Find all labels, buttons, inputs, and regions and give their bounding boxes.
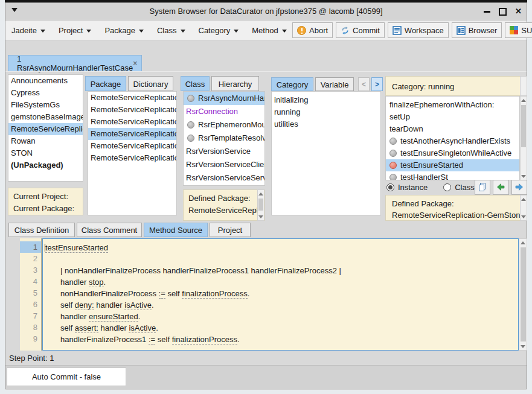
method-item-label: tearDown	[387, 123, 423, 135]
navigate-forward-button[interactable]	[511, 180, 527, 195]
tab-project[interactable]: Project	[210, 223, 251, 237]
package-item[interactable]: RemoteServiceReplication	[88, 104, 176, 116]
navigate-back-button[interactable]	[493, 180, 508, 195]
project-item[interactable]: Cypress	[8, 87, 83, 99]
package-item[interactable]: RemoteServiceReplication	[88, 140, 176, 152]
scroll-down-icon[interactable]	[258, 213, 264, 220]
method-item[interactable]: setUp	[386, 111, 519, 123]
class-item[interactable]: RsrVersionServiceServer	[184, 171, 264, 185]
tab-class-comment[interactable]: Class Comment	[77, 223, 142, 237]
project-item[interactable]: (UnPackaged)	[8, 159, 83, 171]
project-item[interactable]: Announcements	[8, 75, 83, 87]
code-token: .	[138, 312, 141, 321]
class-item[interactable]: RsrConnection	[184, 105, 264, 118]
code-token: isActive	[129, 323, 156, 333]
class-item[interactable]: RsrVersionServiceClient	[184, 158, 264, 171]
defined-package-label: Defined Package:	[392, 198, 520, 209]
project-item[interactable]: gemstoneBaseImage	[8, 111, 83, 123]
category-item[interactable]: initializing	[272, 94, 380, 106]
package-item[interactable]: RemoteServiceReplication	[88, 152, 176, 164]
code-token: isActive	[124, 300, 152, 310]
method-item[interactable]: testAnotherAsyncHandlerExists	[386, 135, 519, 147]
tab-pager-left[interactable]: <	[358, 77, 370, 91]
tab-method-source[interactable]: Method Source	[144, 223, 208, 237]
category-item[interactable]: running	[272, 106, 380, 118]
packages-list[interactable]: RemoteServiceReplicationRemoteServiceRep…	[88, 91, 177, 215]
minimize-button[interactable]	[484, 11, 490, 13]
code-token: finalizationProcess	[182, 289, 247, 299]
menu-package[interactable]: Package	[104, 26, 144, 35]
package-item[interactable]: RemoteServiceReplication	[88, 128, 176, 140]
class-item[interactable]: RsrVersionService	[184, 145, 264, 158]
class-radio[interactable]	[443, 183, 451, 191]
method-item[interactable]: testEnsureSingletonWhileActive	[386, 147, 519, 159]
menu-category[interactable]: Category	[199, 26, 239, 35]
method-info-scrollbar[interactable]	[520, 195, 527, 221]
categories-list[interactable]: initializingrunningutilities	[271, 91, 381, 215]
tab-pager-right[interactable]: >	[371, 77, 383, 91]
project-item[interactable]: RemoteServiceReplication	[8, 123, 83, 135]
classes-list[interactable]: RsrAsyncMournHandlerTestCaseRsrConnectio…	[183, 91, 265, 186]
scroll-up-icon[interactable]	[519, 239, 527, 246]
titlebar[interactable]: System Browser for DataCurator on jfpsto…	[5, 3, 527, 21]
scroll-down-icon[interactable]	[521, 213, 527, 220]
tab-class[interactable]: Class	[181, 76, 210, 91]
code-token: .	[152, 300, 154, 310]
method-item[interactable]: testEnsureStarted	[386, 159, 519, 171]
menu-class[interactable]: Class	[157, 26, 185, 35]
method-item[interactable]: tearDown	[386, 123, 519, 135]
copy-method-button[interactable]	[475, 180, 490, 195]
tab-dictionary[interactable]: Dictionary	[128, 76, 173, 91]
scroll-up-icon[interactable]	[521, 195, 527, 203]
document-tab[interactable]: 1 RsrAsyncMournHandlerTestCase ×	[8, 55, 142, 71]
tab-package[interactable]: Package	[85, 76, 126, 91]
class-item[interactable]: RsrTemplateResolver	[184, 132, 264, 145]
category-item[interactable]: utilities	[272, 118, 380, 130]
package-item[interactable]: RemoteServiceReplication	[88, 92, 176, 104]
commit-button[interactable]: Commit	[336, 22, 385, 38]
class-item[interactable]: RsrEphemeronMournHandler	[184, 118, 264, 132]
close-button[interactable]: ✕	[515, 8, 522, 15]
scroll-thumb[interactable]	[521, 105, 526, 147]
class-info-scrollbar[interactable]	[257, 189, 264, 221]
browser-button[interactable]: Browser	[452, 22, 502, 38]
copy-icon	[478, 182, 487, 192]
method-item-label: testEnsureSingletonWhileActive	[400, 147, 511, 159]
instance-radio[interactable]	[386, 183, 394, 191]
menu-jadeite[interactable]: Jadeite	[11, 26, 45, 35]
tab-hierarchy[interactable]: Hierarchy	[211, 76, 259, 91]
scroll-down-icon[interactable]	[519, 343, 527, 350]
abort-label: Abort	[309, 26, 328, 35]
scroll-up-icon[interactable]	[258, 190, 264, 197]
menu-label: Jadeite	[11, 26, 37, 35]
menu-project[interactable]: Project	[59, 26, 91, 35]
header-scrollbar[interactable]	[520, 76, 527, 96]
project-item[interactable]: STON	[8, 147, 83, 159]
scroll-thumb[interactable]	[521, 247, 526, 342]
editor-scrollbar[interactable]	[519, 238, 527, 351]
method-source-editor[interactable]: testEnsureStarted| nonHandlerFinalizePro…	[42, 238, 519, 351]
class-item-label: RsrTemplateResolver	[198, 132, 264, 145]
methods-scrollbar[interactable]	[520, 96, 527, 180]
scroll-thumb[interactable]	[258, 199, 263, 211]
auto-commit-button[interactable]: Auto Commit - false	[7, 367, 126, 386]
caret-down-icon	[86, 30, 91, 33]
abort-button[interactable]: Abort	[292, 22, 333, 38]
tab-class-definition[interactable]: Class Definition	[8, 223, 75, 237]
maximize-button[interactable]	[499, 8, 507, 16]
code-token: self	[155, 335, 171, 344]
package-item[interactable]: RemoteServiceReplication	[88, 116, 176, 128]
method-item[interactable]: finalizeEphemeronWithAction:	[386, 99, 519, 111]
tab-close-icon[interactable]: ×	[133, 59, 143, 68]
project-item[interactable]: Rowan	[8, 135, 83, 147]
project-item[interactable]: FileSystemGs	[8, 99, 83, 111]
methods-list[interactable]: finalizeEphemeronWithAction:setUptearDow…	[385, 96, 520, 180]
class-item[interactable]: RsrAsyncMournHandlerTestCase	[184, 92, 264, 105]
projects-list[interactable]: AnnouncementsCypressFileSystemGsgemstone…	[8, 74, 83, 182]
tab-category[interactable]: Category	[271, 77, 313, 91]
scroll-up-icon[interactable]	[521, 97, 527, 104]
menu-method[interactable]: Method	[252, 26, 286, 35]
sunit-browser-button[interactable]: SUnit Browser	[505, 22, 532, 38]
tab-variable[interactable]: Variable	[315, 77, 354, 91]
workspace-button[interactable]: Workspace	[388, 22, 449, 38]
